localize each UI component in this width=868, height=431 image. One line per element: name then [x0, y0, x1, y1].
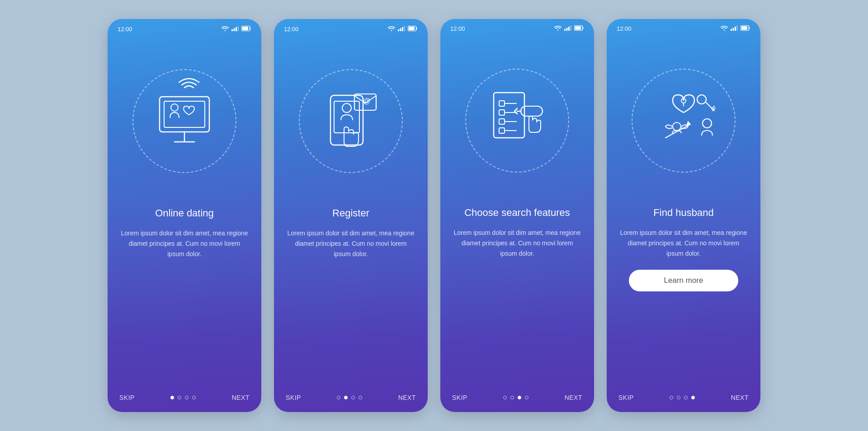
- time-3: 12:00: [450, 25, 465, 32]
- svg-rect-31: [499, 110, 505, 115]
- dot-3-1: [503, 396, 507, 399]
- time-4: 12:00: [617, 25, 632, 32]
- text-area-2: Register Lorem ipsum dolor sit dim amet,…: [274, 202, 428, 387]
- dot-4-4: [691, 396, 695, 399]
- svg-rect-7: [164, 101, 205, 127]
- battery-icon-2: [408, 26, 418, 33]
- nav-dots-1: [170, 396, 196, 399]
- wifi-icon-4: [721, 25, 728, 32]
- dot-4-1: [670, 396, 673, 399]
- dot-2-2: [344, 396, 348, 399]
- screen-body-1: Lorem ipsum dolor sit dim amet, mea regi…: [120, 228, 249, 259]
- dot-4-3: [684, 396, 688, 399]
- learn-more-button[interactable]: Learn more: [629, 270, 738, 291]
- status-icons-1: [222, 25, 251, 33]
- signal-icon-4: [731, 25, 738, 32]
- signal-icon-3: [564, 25, 571, 32]
- svg-rect-12: [400, 28, 401, 31]
- battery-icon-4: [741, 25, 750, 32]
- dot-3-2: [510, 396, 514, 399]
- svg-line-51: [665, 124, 690, 138]
- svg-text:@: @: [363, 97, 370, 105]
- status-icons-3: [554, 25, 584, 32]
- svg-rect-13: [402, 27, 403, 31]
- dot-3-4: [525, 396, 528, 399]
- svg-rect-0: [231, 29, 233, 31]
- phone-screen-1: 12:00: [108, 19, 261, 412]
- svg-rect-2: [236, 27, 237, 31]
- dot-3-3: [518, 396, 521, 399]
- svg-rect-27: [575, 26, 581, 30]
- battery-icon-3: [574, 25, 584, 32]
- screen-title-1: Online dating: [155, 207, 214, 220]
- signal-icon-2: [398, 26, 405, 33]
- text-area-1: Online dating Lorem ipsum dolor sit dim …: [108, 202, 261, 387]
- svg-rect-23: [566, 28, 568, 31]
- svg-rect-22: [564, 29, 566, 31]
- battery-icon-1: [241, 26, 251, 33]
- svg-rect-41: [737, 25, 738, 31]
- dashed-circle-4: [632, 69, 736, 173]
- illustration-4: [607, 39, 760, 202]
- svg-rect-40: [735, 27, 736, 31]
- status-icons-2: [388, 25, 418, 33]
- nav-bar-2: SKIP NEXT: [274, 387, 428, 412]
- skip-button-2[interactable]: SKIP: [286, 394, 301, 401]
- skip-button-1[interactable]: SKIP: [119, 394, 135, 401]
- svg-rect-3: [238, 26, 239, 31]
- illustration-1: [108, 40, 261, 202]
- next-button-4[interactable]: NEXT: [731, 394, 749, 401]
- online-dating-icon: [139, 75, 230, 167]
- screens-container: 12:00: [108, 19, 760, 412]
- svg-rect-11: [398, 29, 399, 31]
- screen-body-4: Lorem ipsum dolor sit dim amet, mea regi…: [619, 228, 748, 259]
- svg-rect-33: [499, 119, 505, 124]
- status-icons-4: [721, 25, 750, 32]
- phone-screen-2: 12:00: [274, 19, 428, 412]
- svg-point-8: [171, 104, 178, 111]
- svg-rect-5: [242, 27, 248, 30]
- screen-title-2: Register: [332, 207, 369, 220]
- next-button-1[interactable]: NEXT: [232, 394, 250, 401]
- dot-2-3: [351, 396, 355, 399]
- svg-rect-39: [733, 28, 734, 31]
- status-bar-3: 12:00: [440, 19, 594, 35]
- dashed-circle-2: @: [299, 69, 403, 173]
- text-area-4: Find husband Lorem ipsum dolor sit dim a…: [607, 202, 760, 387]
- find-husband-icon: [638, 75, 729, 167]
- dashed-circle-3: [465, 69, 569, 173]
- svg-line-48: [712, 106, 714, 109]
- dashed-circle-1: [132, 69, 236, 173]
- svg-rect-38: [731, 29, 732, 31]
- svg-rect-14: [404, 26, 406, 31]
- svg-rect-25: [571, 25, 572, 31]
- skip-button-4[interactable]: SKIP: [618, 394, 634, 401]
- register-icon: @: [306, 75, 396, 167]
- status-bar-1: 12:00: [108, 19, 261, 35]
- wifi-icon-3: [554, 25, 561, 32]
- svg-rect-35: [499, 128, 505, 133]
- svg-rect-16: [409, 27, 415, 30]
- svg-rect-18: [334, 101, 359, 133]
- search-features-icon: [472, 75, 562, 167]
- svg-rect-29: [499, 101, 505, 106]
- time-2: 12:00: [284, 26, 299, 33]
- wifi-icon-1: [222, 25, 229, 33]
- illustration-3: [440, 39, 594, 202]
- phone-screen-4: 12:00: [607, 19, 760, 412]
- time-1: 12:00: [118, 26, 132, 33]
- nav-dots-4: [670, 396, 695, 399]
- wifi-icon-2: [388, 25, 395, 33]
- screen-title-3: Choose search features: [464, 206, 570, 220]
- dot-4-2: [677, 396, 680, 399]
- illustration-2: @: [274, 40, 428, 202]
- skip-button-3[interactable]: SKIP: [452, 394, 467, 401]
- next-button-3[interactable]: NEXT: [565, 394, 582, 401]
- next-button-2[interactable]: NEXT: [398, 394, 416, 401]
- status-bar-4: 12:00: [607, 19, 760, 35]
- screen-body-3: Lorem ipsum dolor sit dim amet, mea regi…: [453, 228, 581, 259]
- svg-point-46: [697, 95, 706, 104]
- nav-dots-2: [337, 396, 362, 399]
- dot-2-1: [337, 396, 340, 399]
- dot-1-3: [185, 396, 189, 399]
